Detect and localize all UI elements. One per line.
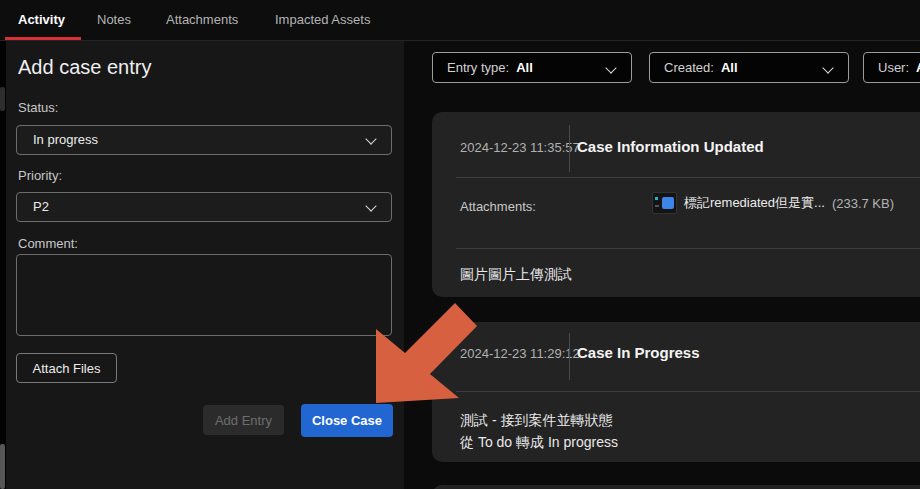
activity-card: 2024-12-23 11:35:57 Case Information Upd… (432, 112, 920, 297)
add-case-entry-panel: Add case entry Status: In progress Prior… (6, 41, 404, 489)
user-filter-value: All (916, 60, 920, 75)
scrollbar-thumb[interactable] (0, 444, 5, 489)
chevron-down-icon (365, 200, 376, 211)
tab-activity[interactable]: Activity (18, 12, 65, 27)
case-detail-screen: Activity Notes Attachments Impacted Asse… (0, 0, 920, 489)
priority-label: Priority: (18, 168, 62, 183)
attachment-thumbnail (652, 192, 677, 214)
entry-timestamp: 2024-12-23 11:29:12 (460, 346, 580, 361)
chevron-down-icon (365, 133, 376, 144)
tab-notes[interactable]: Notes (97, 12, 131, 27)
attachment-size: (233.7 KB) (832, 196, 894, 211)
comment-label: Comment: (18, 236, 78, 251)
tab-attachments[interactable]: Attachments (166, 12, 238, 27)
entry-title: Case Information Updated (577, 138, 764, 155)
divider (456, 391, 920, 392)
tab-impacted-assets[interactable]: Impacted Assets (275, 12, 370, 27)
chevron-down-icon (822, 62, 833, 73)
attach-files-button[interactable]: Attach Files (16, 353, 117, 383)
user-filter[interactable]: User: All (863, 52, 920, 83)
activity-card: 2024-12-23 11:29:12 Case In Progress 測試 … (432, 322, 920, 462)
attachment-link[interactable]: 標記remediated但是實... (233.7 KB) (652, 192, 894, 214)
header-divider (569, 125, 570, 172)
entry-comment-line: 從 To do 轉成 In progress (460, 431, 618, 453)
created-filter-value: All (721, 60, 738, 75)
priority-select[interactable]: P2 (16, 192, 392, 222)
entry-type-filter[interactable]: Entry type: All (432, 52, 632, 83)
activity-card (432, 485, 920, 489)
active-tab-indicator (5, 37, 81, 40)
entry-timestamp: 2024-12-23 11:35:57 (460, 140, 580, 155)
status-select[interactable]: In progress (16, 125, 392, 155)
entry-title: Case In Progress (577, 344, 700, 361)
entry-type-filter-label: Entry type: (447, 60, 509, 75)
status-value: In progress (33, 132, 98, 147)
priority-value: P2 (33, 199, 49, 214)
user-filter-label: User: (878, 60, 909, 75)
comment-textarea[interactable] (16, 254, 392, 336)
close-case-button[interactable]: Close Case (301, 404, 393, 437)
scrollbar-thumb[interactable] (0, 87, 5, 111)
created-filter[interactable]: Created: All (649, 52, 849, 83)
divider (456, 177, 920, 178)
add-entry-button[interactable]: Add Entry (203, 405, 284, 435)
header-divider (569, 333, 570, 380)
divider (456, 248, 920, 249)
entry-comment: 圖片圖片上傳測試 (460, 263, 572, 285)
attachments-label: Attachments: (460, 199, 536, 214)
status-label: Status: (18, 100, 58, 115)
tab-bar: Activity Notes Attachments Impacted Asse… (0, 0, 920, 41)
entry-comment-line: 測試 - 接到案件並轉狀態 (460, 409, 612, 431)
created-filter-label: Created: (664, 60, 714, 75)
attachment-name: 標記remediated但是實... (684, 194, 825, 212)
chevron-down-icon (605, 62, 616, 73)
entry-type-filter-value: All (516, 60, 533, 75)
panel-title: Add case entry (18, 56, 151, 79)
